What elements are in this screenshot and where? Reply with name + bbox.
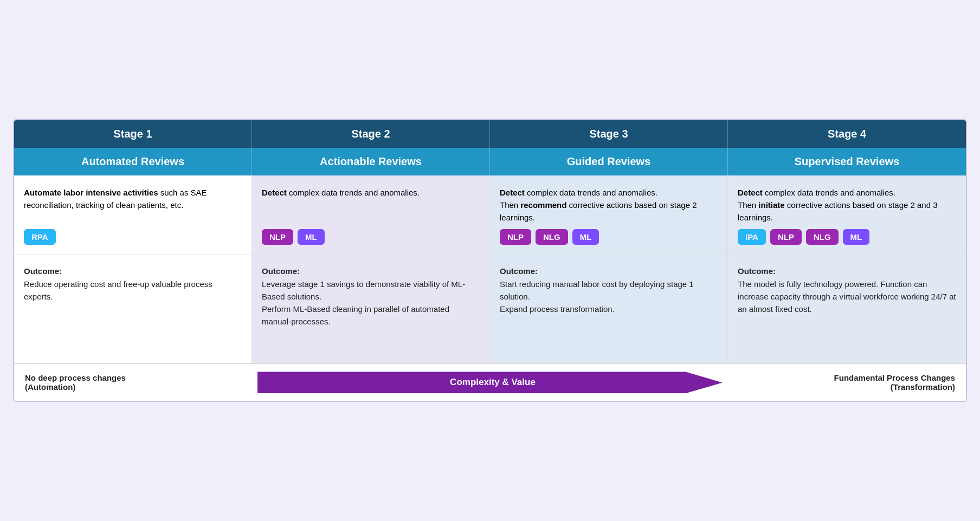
outcome4-label: Outcome: xyxy=(738,266,776,276)
outcome2-text: Leverage stage 1 savings to demonstrate … xyxy=(262,279,465,327)
complexity-value-text: Complexity & Value xyxy=(450,377,536,387)
footer-left-line1: No deep process changes xyxy=(25,373,126,382)
stages-area: Automate labor intensive activities such… xyxy=(14,175,966,256)
header-actionable: Actionable Reviews xyxy=(252,148,490,175)
header-stage1: Stage 1 xyxy=(14,120,252,148)
outcome1-label: Outcome: xyxy=(24,266,62,276)
header-stage2: Stage 2 xyxy=(252,120,490,148)
stage2-col: Detect complex data trends and anomalies… xyxy=(252,175,490,256)
outcome3-text: Start reducing manual labor cost by depl… xyxy=(500,279,694,314)
header-row1: Stage 1 Stage 2 Stage 3 Stage 4 xyxy=(14,120,966,148)
stage4-description: Detect complex data trends and anomalies… xyxy=(738,186,956,224)
stage3-content: Detect complex data trends and anomalies… xyxy=(490,175,727,230)
footer-center: Complexity & Value xyxy=(257,372,723,393)
footer-left: No deep process changes (Automation) xyxy=(25,373,257,392)
tag-nlg-s4: NLG xyxy=(806,229,839,245)
stage1-col: Automate labor intensive activities such… xyxy=(14,175,252,256)
stage3-col: Detect complex data trends and anomalies… xyxy=(490,175,728,256)
footer-right-line1: Fundamental Process Changes xyxy=(834,373,955,382)
stage1-content: Automate labor intensive activities such… xyxy=(14,175,252,230)
header-automated: Automated Reviews xyxy=(14,148,252,175)
header-supervised: Supervised Reviews xyxy=(728,148,966,175)
tag-nlg-s3: NLG xyxy=(536,229,568,245)
tag-nlp-s3: NLP xyxy=(500,229,531,245)
outcome3-label: Outcome: xyxy=(500,266,538,276)
header-row2: Automated Reviews Actionable Reviews Gui… xyxy=(14,148,966,175)
outcome1-text: Reduce operating cost and free-up valuab… xyxy=(24,279,212,301)
stage3-description: Detect complex data trends and anomalies… xyxy=(500,186,718,224)
outcome2-label: Outcome: xyxy=(262,266,300,276)
outcome-stage4: Outcome: The model is fully technology p… xyxy=(728,255,966,363)
tag-ipa-s4: IPA xyxy=(738,229,766,245)
stage2-tags: NLP ML xyxy=(252,229,489,255)
header-stage3: Stage 3 xyxy=(490,120,728,148)
header-stage4: Stage 4 xyxy=(728,120,966,148)
outcome-stage1: Outcome: Reduce operating cost and free-… xyxy=(14,255,252,363)
stage4-tags: IPA NLP NLG ML xyxy=(728,229,966,255)
complexity-value-arrow: Complexity & Value xyxy=(257,372,723,393)
stage4-col: Detect complex data trends and anomalies… xyxy=(728,175,966,256)
tag-ml-s3: ML xyxy=(572,229,599,245)
footer-left-line2: (Automation) xyxy=(25,382,75,392)
footer-right: Fundamental Process Changes (Transformat… xyxy=(723,373,955,392)
stage1-tags: RPA xyxy=(14,229,252,255)
stage2-content: Detect complex data trends and anomalies… xyxy=(252,175,489,230)
tag-ml-s4: ML xyxy=(843,229,870,245)
main-container: Stage 1 Stage 2 Stage 3 Stage 4 Automate… xyxy=(13,119,967,402)
outcome-stage3: Outcome: Start reducing manual labor cos… xyxy=(490,255,728,363)
outcome-stage2: Outcome: Leverage stage 1 savings to dem… xyxy=(252,255,490,363)
stage3-tags: NLP NLG ML xyxy=(490,229,727,255)
header-guided: Guided Reviews xyxy=(490,148,728,175)
stage4-content: Detect complex data trends and anomalies… xyxy=(728,175,966,230)
footer: No deep process changes (Automation) Com… xyxy=(14,363,966,401)
stage2-description: Detect complex data trends and anomalies… xyxy=(262,186,480,199)
tag-nlp-s2: NLP xyxy=(262,229,293,245)
footer-right-line2: (Transformation) xyxy=(891,382,955,392)
outcomes-area: Outcome: Reduce operating cost and free-… xyxy=(14,255,966,363)
tag-rpa: RPA xyxy=(24,229,56,245)
outcome4-text: The model is fully technology powered. F… xyxy=(738,279,956,314)
tag-nlp-s4: NLP xyxy=(770,229,802,245)
stage1-description: Automate labor intensive activities such… xyxy=(24,186,242,212)
tag-ml-s2: ML xyxy=(298,229,325,245)
